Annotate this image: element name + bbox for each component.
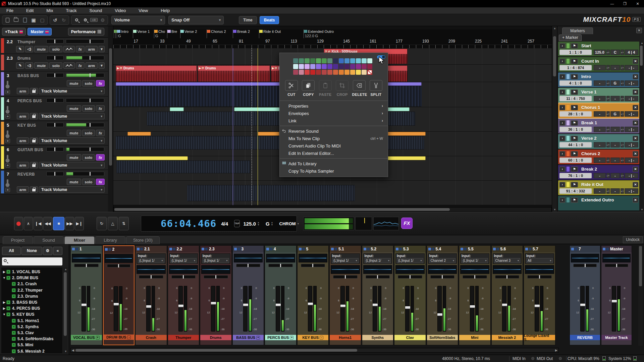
undo-icon[interactable]: ↺ xyxy=(51,16,59,24)
draw-tool-icon[interactable]: ✎ xyxy=(16,46,24,52)
group-toggle[interactable]: + xyxy=(256,336,260,340)
clip-action-button[interactable]: PASTE xyxy=(318,80,332,97)
arm-button[interactable]: arm xyxy=(17,113,29,119)
track-color-strip[interactable] xyxy=(1,38,4,53)
spinner-icon[interactable]: ▲▼ xyxy=(606,111,610,117)
marker-color-chip[interactable] xyxy=(567,120,570,125)
marker-color-chip[interactable] xyxy=(567,89,570,95)
pan-slider[interactable] xyxy=(366,275,390,279)
strip-header[interactable]: 3 xyxy=(233,246,264,252)
group-toggle[interactable]: + xyxy=(290,336,293,340)
spinner-icon[interactable]: ▲▼ xyxy=(621,142,624,147)
menu-item[interactable]: File xyxy=(0,7,20,14)
pan-slider[interactable] xyxy=(463,275,487,279)
menu-item[interactable]: Help xyxy=(154,7,176,14)
marker-key-field[interactable]: - xyxy=(610,65,620,70)
spinner-icon[interactable]: ▲▼ xyxy=(621,158,624,163)
mixer-channel-strip[interactable]: Master 0612 0-9-18-27-36 Mast xyxy=(601,245,632,345)
color-swatch[interactable] xyxy=(299,64,304,69)
pan-slider[interactable] xyxy=(268,264,293,267)
flag-icon[interactable]: ⚑ xyxy=(571,59,578,64)
marker-delete-button[interactable]: ✕ xyxy=(633,120,638,126)
marker-tempo-field[interactable]: - xyxy=(594,111,606,117)
lock-icon[interactable] xyxy=(30,186,38,193)
strip-header[interactable]: 4 xyxy=(265,246,296,252)
mixer-channel-strip[interactable]: 2.3 Input: (L)Input 1/▾ 0612 xyxy=(200,245,232,345)
track-volume-dropdown[interactable]: Track Volume▾ xyxy=(39,137,105,144)
color-swatch[interactable] xyxy=(316,64,321,69)
marker-time-field[interactable]: 76 : 1 : 0 xyxy=(559,173,592,178)
color-swatch[interactable] xyxy=(310,70,315,75)
clip-action-button[interactable]: COPY xyxy=(301,80,315,97)
input-selector[interactable]: Input: (L)Input 1/▾ xyxy=(363,253,392,264)
marker-name[interactable]: Verse 2 xyxy=(581,136,597,141)
fx-button[interactable]: fx xyxy=(76,46,85,52)
timeline-clip[interactable] xyxy=(234,107,280,111)
mixer-channel-strip[interactable]: 2 0612 0-9-18-27-36 xyxy=(103,245,135,345)
volume-fader[interactable] xyxy=(470,286,474,331)
marker-name[interactable]: Count In xyxy=(581,59,599,64)
mixer-channel-strip[interactable]: 5.5 Input: (L)Input 1/▾ 0612 xyxy=(459,245,491,345)
flag-icon[interactable]: ⚑ xyxy=(571,151,578,157)
track-header[interactable]: 7 REVERB mute solo fx arm xyxy=(0,170,108,194)
volume-fader[interactable] xyxy=(373,286,377,331)
marker-time-field[interactable]: 36 : 1 : 0 xyxy=(559,127,592,132)
flag-icon[interactable]: ⚑ xyxy=(571,74,578,79)
marker-meter-field[interactable]: - | - xyxy=(625,80,638,86)
volume-slider[interactable] xyxy=(66,172,104,176)
loop-button[interactable]: ↻ xyxy=(97,217,107,230)
color-swatch[interactable] xyxy=(350,58,355,63)
arm-button[interactable]: arm xyxy=(17,88,29,94)
timeline-vertical-scrollbar[interactable]: ▲ ▼ xyxy=(552,26,557,212)
collapse-panel-icon[interactable]: « xyxy=(53,247,62,255)
marker-expand-button[interactable]: › xyxy=(559,120,565,126)
track-volume-dropdown[interactable]: Track Volume▾ xyxy=(39,162,105,168)
marker-time-field[interactable]: 1 : 4 : 874 xyxy=(559,65,592,70)
volume-fader[interactable] xyxy=(437,286,442,331)
flag-icon[interactable]: ⚑ xyxy=(571,105,578,110)
color-swatch[interactable] xyxy=(322,64,327,69)
fx-button[interactable]: fx xyxy=(96,179,105,185)
pan-slider[interactable] xyxy=(46,56,64,60)
mixer-channel-strip[interactable]: 5.7 Input: All▾ 0612 xyxy=(524,245,555,345)
strip-header[interactable]: 2 xyxy=(104,246,134,253)
pan-slider[interactable] xyxy=(107,264,131,267)
marker-tempo-field[interactable]: 125.0 xyxy=(594,50,606,55)
marker-name[interactable]: Ride it Out xyxy=(581,182,603,187)
strip-header[interactable]: 2.2 xyxy=(168,246,199,252)
strip-header[interactable]: 7 xyxy=(570,246,600,252)
menu-item[interactable]: Sound xyxy=(83,7,109,14)
mute-button[interactable]: mute xyxy=(67,154,81,161)
color-swatch[interactable] xyxy=(333,58,338,63)
marker-delete-button[interactable]: ✕ xyxy=(633,197,638,203)
marker-tempo-field[interactable]: - xyxy=(594,188,606,194)
pan-slider[interactable] xyxy=(139,275,163,279)
scroll-up-icon[interactable]: ▲ xyxy=(640,42,644,45)
panel-tab[interactable]: Sound xyxy=(34,236,64,244)
track-checkbox[interactable]: ✕ xyxy=(12,282,16,286)
mixer-channel-strip[interactable]: 5 0612 0-9-18-27-36 xyxy=(297,245,329,345)
timeline-clip[interactable]: ▶ ⟳ Drums xyxy=(116,65,197,82)
timeline-clip[interactable] xyxy=(127,132,151,136)
pan-slider[interactable] xyxy=(171,275,196,279)
mixer-channel-strip[interactable]: 5.3 Input: (L)Input 1/▾ 0612 xyxy=(394,245,426,345)
tree-arrow-icon[interactable]: ▶ xyxy=(2,307,6,310)
beats-mode-button[interactable]: Beats xyxy=(260,16,279,24)
track-checkbox[interactable]: ✕ xyxy=(12,349,16,353)
color-swatch[interactable] xyxy=(333,64,338,69)
context-menu-item[interactable]: Mix To New Clip ctrl + W xyxy=(280,135,388,142)
marker-expand-button[interactable]: › xyxy=(559,182,565,187)
mute-button[interactable]: mute xyxy=(67,80,81,86)
volume-fader[interactable] xyxy=(146,286,151,331)
context-menu-item[interactable]: Envelopes› xyxy=(280,110,388,117)
mixer-channel-strip[interactable]: 5.6 Input: Channel 3▾ 0612 xyxy=(491,245,523,345)
mixer-vertical-scrollbar[interactable] xyxy=(638,245,643,346)
spinner-icon[interactable]: ▲▼ xyxy=(606,65,610,70)
marker-time-field[interactable]: 60 : 1 : 0 xyxy=(559,158,592,163)
arm-button[interactable]: arm xyxy=(17,162,29,168)
marker-delete-button[interactable]: ✕ xyxy=(633,182,638,187)
context-menu-item[interactable]: Copy To Alpha Sampler xyxy=(280,167,388,175)
clip-action-button[interactable]: CROP xyxy=(335,80,349,97)
volume-fader[interactable] xyxy=(580,286,585,331)
marker-color-chip[interactable] xyxy=(567,151,570,156)
